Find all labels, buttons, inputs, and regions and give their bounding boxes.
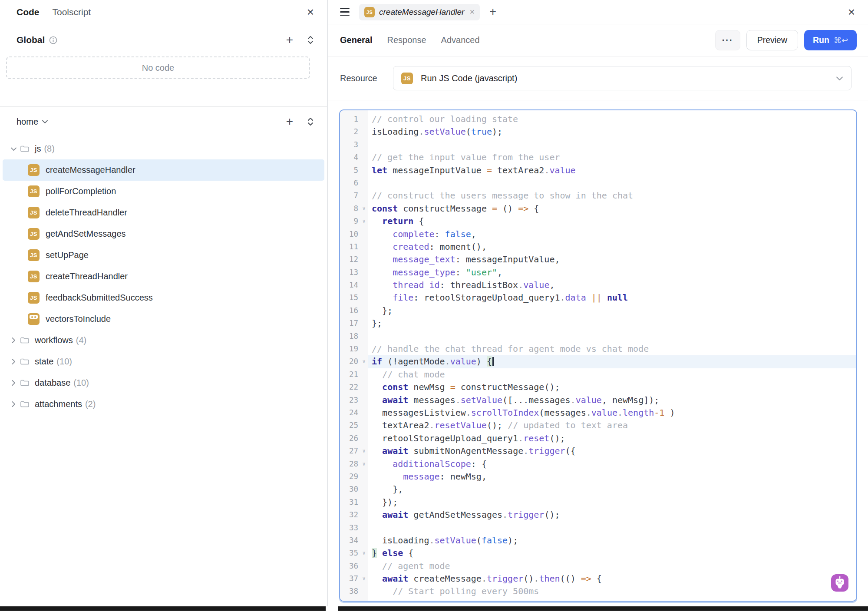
tab-toolscript[interactable]: Toolscript (53, 7, 91, 17)
code-text[interactable]: // handle the chat thread for agent mode… (368, 343, 856, 355)
tree-item-feedbackSubmittedSuccess[interactable]: JSfeedbackSubmittedSuccess (3, 287, 324, 308)
tree-folder-workflows[interactable]: workflows(4) (0, 330, 327, 351)
add-item-button[interactable]: + (286, 116, 293, 128)
code-text[interactable]: created: moment(), (368, 241, 856, 253)
code-text[interactable]: }, (368, 483, 856, 496)
menu-icon[interactable] (340, 8, 350, 16)
code-text[interactable]: isLoading.setValue(true); (368, 126, 856, 138)
tree-item-vectorsToInclude[interactable]: vectorsToInclude (3, 308, 324, 330)
chevron-right-icon[interactable] (7, 380, 20, 386)
code-line-6: 6 (340, 177, 856, 189)
scope-row: home + (0, 112, 327, 131)
state-icon (28, 313, 40, 325)
fold-icon[interactable]: ∨ (360, 215, 368, 228)
code-text[interactable]: const constructMessage = () => { (368, 202, 856, 215)
code-text[interactable] (368, 139, 856, 151)
fold-icon[interactable]: ∨ (360, 547, 368, 559)
tree-item-pollForCompletion[interactable]: JSpollForCompletion (3, 181, 324, 202)
chevron-right-icon[interactable] (7, 358, 20, 365)
tree-item-createThreadHandler[interactable]: JScreateThreadHandler (3, 266, 324, 287)
preview-button[interactable]: Preview (746, 30, 798, 50)
code-text[interactable]: await messages.setValue([...messages.val… (368, 394, 856, 407)
tree-item-setUpPage[interactable]: JSsetUpPage (3, 245, 324, 266)
code-text[interactable]: // chat mode (368, 368, 856, 381)
chevron-down-icon[interactable] (7, 147, 20, 151)
code-text[interactable]: // agent mode (368, 560, 856, 572)
close-icon[interactable]: × (307, 6, 314, 18)
code-text[interactable]: thread_id: threadListBox.value, (368, 279, 856, 291)
code-text[interactable]: await getAndSetMessages.trigger(); (368, 509, 856, 521)
tab-advanced[interactable]: Advanced (441, 35, 480, 45)
ai-assistant-button[interactable] (831, 574, 848, 592)
code-text[interactable]: const interval = setInterval(async () =>… (368, 598, 856, 602)
code-text[interactable]: message: newMsg, (368, 470, 856, 483)
code-text[interactable]: isLoading.setValue(false); (368, 534, 856, 547)
close-panel-icon[interactable]: × (848, 6, 855, 18)
code-text[interactable]: additionalScope: { (368, 458, 856, 470)
chevron-right-icon[interactable] (7, 337, 20, 344)
code-text[interactable]: // construct the users message to show i… (368, 189, 856, 202)
fold-icon[interactable]: ∨ (360, 572, 368, 585)
code-text[interactable]: // Start polling every 500ms (368, 585, 856, 598)
code-text[interactable]: file: retoolStorageUpload_query1.data ||… (368, 291, 856, 304)
code-text[interactable]: messagesListview.scrollToIndex(messages.… (368, 407, 856, 419)
code-text[interactable]: // control our loading state (368, 113, 856, 126)
chevron-down-icon[interactable] (42, 119, 48, 124)
code-text[interactable]: textArea2.resetValue(); // updated to te… (368, 419, 856, 432)
code-text[interactable]: await submitNonAgentMessage.trigger({ (368, 445, 856, 457)
code-text[interactable]: } else { (368, 547, 856, 559)
code-line-8: 8∨const constructMessage = () => { (340, 202, 856, 215)
tree-item-deleteThreadHandler[interactable]: JSdeleteThreadHandler (3, 202, 324, 223)
code-text[interactable] (368, 330, 856, 343)
tab-general[interactable]: General (340, 35, 372, 45)
close-tab-icon[interactable]: × (469, 7, 475, 17)
add-code-button[interactable]: + (286, 34, 293, 46)
chevron-right-icon[interactable] (7, 401, 20, 407)
code-text[interactable]: }; (368, 304, 856, 317)
code-text[interactable]: // get the input value from the user (368, 151, 856, 164)
code-text[interactable]: }); (368, 496, 856, 509)
code-text[interactable]: const newMsg = constructMessage(); (368, 381, 856, 394)
scope-selector[interactable]: home (17, 117, 38, 127)
code-editor[interactable]: 1// control our loading state2isLoading.… (339, 109, 857, 602)
code-text[interactable]: }; (368, 317, 856, 330)
code-text[interactable] (368, 522, 856, 534)
run-button[interactable]: Run ⌘↩ (804, 30, 857, 50)
fold-icon[interactable]: ∨ (360, 355, 368, 368)
fold-icon[interactable]: ∨ (360, 445, 368, 457)
query-tab-bar: JS createMessageHandler × + × (328, 0, 868, 24)
more-options-button[interactable]: ··· (715, 30, 740, 50)
bottom-bar (338, 606, 868, 611)
code-line-15: 15 file: retoolStorageUpload_query1.data… (340, 291, 856, 304)
tree-item-createMessageHandler[interactable]: JScreateMessageHandler (3, 159, 324, 181)
tree-folder-attachments[interactable]: attachments(2) (0, 394, 327, 415)
code-text[interactable]: await createMessage.trigger().then(() =>… (368, 572, 856, 585)
fold-icon[interactable]: ∨ (360, 458, 368, 470)
code-line-28: 28∨ additionalScope: { (340, 458, 856, 470)
tab-code[interactable]: Code (17, 7, 40, 17)
code-text[interactable]: message_type: "user", (368, 266, 856, 279)
sort-icon[interactable] (307, 35, 314, 45)
resource-select[interactable]: JS Run JS Code (javascript) (393, 66, 851, 90)
code-text[interactable]: retoolStorageUpload_query1.reset(); (368, 432, 856, 445)
code-text[interactable]: if (!agentMode.value) { (368, 355, 856, 368)
query-tab-createMessageHandler[interactable]: JS createMessageHandler × (359, 4, 480, 20)
tree-folder-database[interactable]: database(10) (0, 372, 327, 394)
line-number: 26 (340, 432, 360, 445)
code-text[interactable]: let messageInputValue = textArea2.value (368, 164, 856, 177)
info-icon[interactable] (49, 36, 57, 44)
tree-folder-state[interactable]: state(10) (0, 351, 327, 372)
app-window: Code Toolscript × Global + No code home (0, 0, 868, 612)
add-tab-button[interactable]: + (489, 6, 496, 18)
fold-icon[interactable]: ∨ (360, 202, 368, 215)
code-line-9: 9∨ return { (340, 215, 856, 228)
code-text[interactable]: message_text: messageInputValue, (368, 253, 856, 266)
fold-icon[interactable]: ∨ (360, 598, 368, 602)
sort-icon[interactable] (307, 117, 314, 126)
tree-folder-js[interactable]: js(8) (0, 138, 327, 159)
code-text[interactable] (368, 177, 856, 189)
tab-response[interactable]: Response (387, 35, 426, 45)
code-text[interactable]: return { (368, 215, 856, 228)
code-text[interactable]: complete: false, (368, 228, 856, 241)
tree-item-getAndSetMessages[interactable]: JSgetAndSetMessages (3, 223, 324, 245)
